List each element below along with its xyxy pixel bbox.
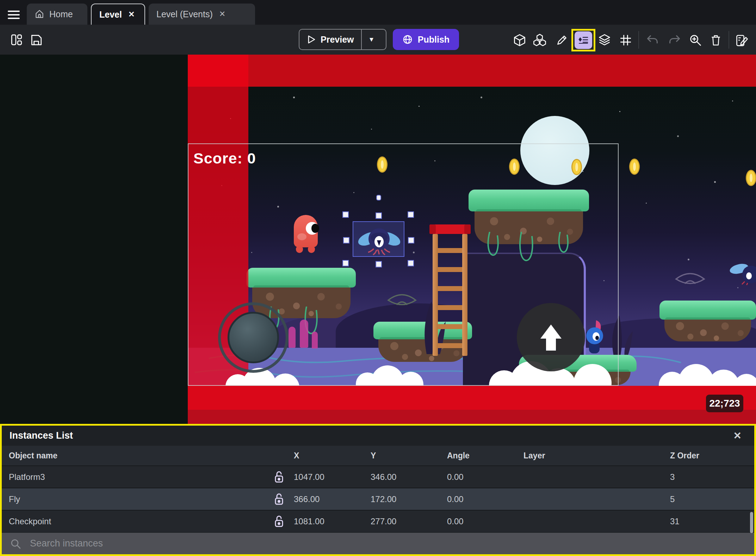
grid-button[interactable]	[619, 33, 633, 47]
zoom-in-icon	[689, 33, 702, 47]
trash-icon	[709, 34, 722, 47]
lock-button[interactable]	[256, 493, 294, 506]
instances-list-icon	[577, 34, 590, 47]
toolbar: Preview ▼ Publish	[0, 25, 756, 55]
undo-icon	[646, 33, 659, 47]
selection-rectangle[interactable]	[353, 221, 404, 257]
instances-list-button[interactable]	[575, 31, 592, 49]
cell-y: 346.00	[371, 472, 447, 482]
table-header: Object name X Y Angle Layer Z Order	[2, 446, 754, 465]
tab-bar: Home Level ✕ Level (Events) ✕	[0, 0, 756, 25]
grid-icon	[619, 34, 632, 47]
table-row[interactable]: Platform3 1047.00 346.00 0.00 3	[2, 465, 754, 488]
preview-dropdown-button[interactable]: ▼	[362, 30, 382, 49]
panel-title-bar: Instances List ✕	[2, 426, 754, 446]
edit-scene-icon	[735, 33, 749, 47]
cell-z-order: 31	[670, 517, 746, 526]
lock-open-icon	[273, 515, 285, 528]
resize-handle-bottom[interactable]	[376, 261, 382, 267]
cell-object-name: Fly	[2, 494, 256, 504]
tab-home[interactable]: Home	[27, 4, 87, 25]
table-row[interactable]: Checkpoint 1081.00 277.00 0.00 31	[2, 510, 754, 532]
cell-z-order: 5	[670, 494, 746, 504]
layout-panels-button[interactable]	[10, 33, 23, 47]
publish-button[interactable]: Publish	[393, 29, 459, 50]
instances-list-panel: Instances List ✕ Object name X Y Angle L…	[0, 424, 756, 556]
cell-x: 366.00	[294, 494, 371, 504]
resize-handle-bottom-left[interactable]	[342, 260, 349, 266]
lock-button[interactable]	[256, 471, 294, 483]
close-icon[interactable]: ✕	[729, 430, 746, 441]
preview-main[interactable]: Preview	[299, 30, 361, 49]
resize-handle-right[interactable]	[408, 237, 414, 243]
resize-handle-bottom-right[interactable]	[408, 260, 414, 266]
globe-icon	[402, 34, 413, 45]
edit-scene-button[interactable]	[735, 33, 749, 47]
resize-handle-top-left[interactable]	[342, 211, 349, 218]
camera-frame-border	[188, 143, 619, 386]
cell-angle: 0.00	[447, 472, 523, 482]
lock-open-icon	[273, 493, 285, 506]
search-icon	[10, 538, 21, 549]
tab-label: Level	[99, 10, 122, 20]
fly-enemy-sprite[interactable]	[729, 262, 756, 285]
undo-button[interactable]	[645, 33, 659, 47]
resize-handle-left[interactable]	[343, 237, 349, 243]
edit-tool-button[interactable]	[555, 33, 569, 47]
table-row[interactable]: Fly 366.00 172.00 0.00 5	[2, 488, 754, 510]
objects-icon	[533, 33, 547, 47]
scene-editor-canvas[interactable]: Score: 0 22;723	[0, 55, 756, 424]
layout-icon	[10, 33, 23, 46]
tab-level-events[interactable]: Level (Events) ✕	[149, 4, 255, 25]
cell-x: 1081.00	[294, 517, 371, 526]
red-zone-top[interactable]	[188, 55, 756, 87]
editor-window: Home Level ✕ Level (Events) ✕ Preview	[0, 0, 756, 556]
scrollbar-thumb[interactable]	[750, 512, 753, 533]
scene-viewport: Score: 0 22;723	[188, 55, 756, 424]
play-icon	[306, 35, 316, 44]
lock-button[interactable]	[256, 515, 294, 528]
cell-angle: 0.00	[447, 517, 523, 526]
fly-selected-sprite[interactable]	[353, 222, 405, 258]
column-z-order: Z Order	[670, 451, 746, 461]
coin-sprite[interactable]	[629, 159, 640, 175]
cube-icon	[513, 33, 526, 47]
layers-icon	[598, 33, 611, 47]
menu-icon[interactable]	[8, 11, 20, 20]
close-icon[interactable]: ✕	[218, 9, 227, 19]
preview-label: Preview	[321, 35, 354, 45]
zoom-button[interactable]	[688, 33, 702, 47]
eye-decoration	[674, 270, 706, 288]
panel-title: Instances List	[10, 430, 73, 441]
tab-level[interactable]: Level ✕	[91, 4, 145, 25]
cell-y: 277.00	[371, 517, 447, 526]
layers-button[interactable]	[597, 33, 612, 47]
preview-button[interactable]: Preview ▼	[299, 29, 386, 50]
cell-angle: 0.00	[447, 494, 523, 504]
cursor-position-label: 22;723	[706, 395, 743, 412]
resize-handle-top[interactable]	[376, 212, 382, 219]
resize-handle-top-right[interactable]	[408, 211, 414, 218]
redo-button[interactable]	[668, 33, 682, 47]
divider	[729, 31, 729, 49]
cell-object-name: Platform3	[2, 472, 256, 482]
column-y: Y	[371, 451, 447, 461]
pencil-icon	[556, 34, 568, 47]
lock-open-icon	[273, 471, 285, 483]
save-button[interactable]	[30, 33, 43, 47]
redo-icon	[668, 33, 681, 47]
coin-sprite[interactable]	[746, 170, 756, 186]
save-icon	[30, 33, 43, 46]
search-instances-input[interactable]	[29, 538, 663, 549]
platform-sprite[interactable]	[659, 301, 756, 342]
divider	[638, 31, 639, 49]
objects-list-button[interactable]	[533, 33, 547, 47]
column-layer: Layer	[523, 451, 670, 461]
close-icon[interactable]: ✕	[127, 9, 136, 20]
rotate-handle[interactable]	[376, 195, 381, 200]
home-icon	[35, 9, 44, 19]
red-zone-bottom-strip	[188, 410, 756, 424]
add-object-button[interactable]	[513, 33, 527, 47]
cell-x: 1047.00	[294, 472, 371, 482]
delete-button[interactable]	[709, 33, 723, 47]
